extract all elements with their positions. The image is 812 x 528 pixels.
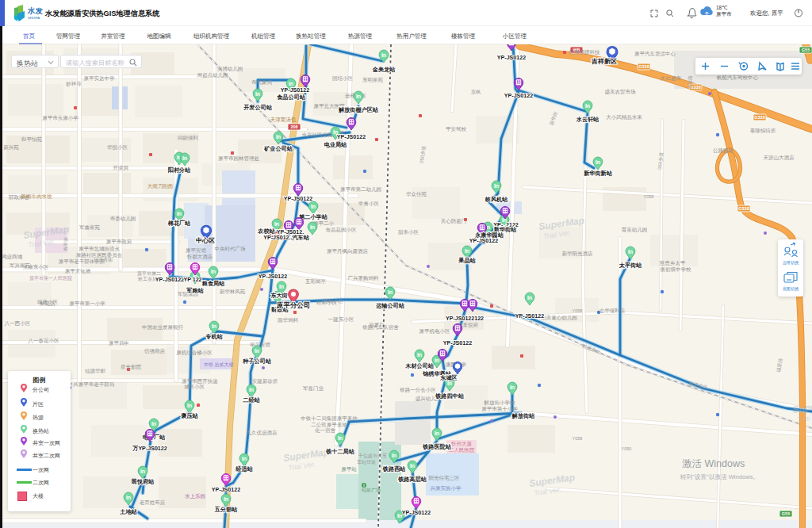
svg-text:中铁十二局集团原平基地: 中铁十二局集团原平基地 bbox=[301, 415, 358, 422]
svg-text:铁路医院站: 铁路医院站 bbox=[422, 443, 451, 450]
svg-text:中共原平市老干部局: 中共原平市老干部局 bbox=[68, 381, 115, 388]
svg-text:回皑便利: 回皑便利 bbox=[178, 135, 198, 141]
svg-text:G338: G338 bbox=[638, 64, 649, 69]
svg-text:水上乐园: 水上乐园 bbox=[185, 493, 205, 499]
svg-text:原平市第一人民医院: 原平市第一人民医院 bbox=[29, 275, 72, 281]
svg-text:一建东小区: 一建东小区 bbox=[328, 316, 354, 323]
svg-text:原平文化墙: 原平文化墙 bbox=[65, 268, 91, 274]
svg-text:原平实达中学: 原平实达中学 bbox=[84, 75, 116, 81]
svg-text:雨美童心幼儿园: 雨美童心幼儿园 bbox=[541, 315, 577, 321]
svg-text:阳村分站: 阳村分站 bbox=[168, 166, 191, 174]
svg-text:五彩岗亭: 五彩岗亭 bbox=[305, 278, 326, 285]
svg-text:市委幼儿园: 市委幼儿园 bbox=[110, 216, 136, 222]
svg-text:广兴署购饲料: 广兴署购饲料 bbox=[348, 275, 380, 281]
svg-text:铁路汽车队宿舍: 铁路汽车队宿舍 bbox=[362, 324, 399, 331]
svg-text:原平机电小区: 原平机电小区 bbox=[419, 328, 451, 334]
svg-text:YP-JS012..汽车站: YP-JS012..汽车站 bbox=[263, 234, 309, 241]
svg-text:激活 Windows: 激活 Windows bbox=[682, 458, 745, 469]
svg-text:YP-JS0122: YP-JS0122 bbox=[212, 487, 240, 493]
svg-text:原平市西芹快递: 原平市西芹快递 bbox=[182, 378, 218, 384]
svg-text:原平市笫二: 原平市笫二 bbox=[137, 270, 161, 276]
svg-text:五分部站: 五分部站 bbox=[214, 506, 238, 513]
svg-text:军嘉门业: 军嘉门业 bbox=[303, 385, 324, 392]
svg-text:八一春花小区: 八一春花小区 bbox=[29, 338, 60, 344]
svg-text:铁路一分会小区: 铁路一分会小区 bbox=[399, 387, 436, 393]
svg-text:中国农业发展银行: 中国农业发展银行 bbox=[142, 324, 184, 330]
svg-text:YP-JS0122: YP-JS0122 bbox=[469, 238, 498, 244]
svg-text:欢迎您, 原平: 欢迎您, 原平 bbox=[750, 10, 783, 17]
svg-text:YP-JS0122: YP-JS0122 bbox=[155, 277, 184, 283]
svg-text:Y058: Y058 bbox=[573, 308, 583, 313]
svg-text:原平市永康小学: 原平市永康小学 bbox=[42, 115, 79, 121]
svg-text:吉祥新区: 吉祥新区 bbox=[591, 57, 617, 65]
svg-text:铁路四中站: 铁路四中站 bbox=[435, 392, 464, 400]
svg-text:晋南牛肉水饺: 晋南牛肉水饺 bbox=[21, 193, 53, 200]
svg-text:衡初级中学校: 衡初级中学校 bbox=[661, 266, 692, 273]
svg-text:军粮站: 军粮站 bbox=[186, 287, 204, 294]
svg-text:果品站: 果品站 bbox=[458, 257, 476, 264]
svg-text:YP-JS0122: YP-JS0122 bbox=[402, 510, 431, 516]
svg-text:中央时代广场: 中央时代广场 bbox=[215, 246, 246, 252]
svg-text:安博幼儿园: 安博幼儿园 bbox=[217, 66, 243, 72]
svg-text:YP-JS0122: YP-JS0122 bbox=[504, 93, 533, 99]
svg-text:育英幼儿园: 育英幼儿园 bbox=[622, 227, 648, 233]
svg-text:常青小区: 常青小区 bbox=[358, 201, 380, 206]
svg-text:久仁超市: 久仁超市 bbox=[661, 75, 682, 82]
svg-text:平安驾校: 平安驾校 bbox=[446, 126, 467, 132]
svg-text:棉花厂站: 棉花厂站 bbox=[167, 220, 191, 227]
svg-text:帆船汽车驾校中心: 帆船汽车驾校中心 bbox=[717, 75, 759, 81]
svg-text:铁十二局站: 铁十二局站 bbox=[325, 448, 354, 455]
svg-text:原平市第十小学: 原平市第十小学 bbox=[481, 406, 518, 411]
svg-text:G338: G338 bbox=[754, 115, 764, 120]
svg-text:红海棋牌科技: 红海棋牌科技 bbox=[569, 49, 601, 55]
svg-text:原平市第二幼儿园: 原平市第二幼儿园 bbox=[340, 186, 381, 193]
svg-text:美心防盗门: 美心防盗门 bbox=[441, 218, 467, 224]
svg-text:团结小区: 团结小区 bbox=[332, 75, 354, 82]
svg-text:底图切换: 底图切换 bbox=[783, 286, 800, 292]
svg-text:东城区: 东城区 bbox=[439, 374, 457, 381]
svg-text:新兴苑: 新兴苑 bbox=[3, 144, 19, 151]
svg-text:泰隆招待所: 泰隆招待所 bbox=[750, 128, 776, 134]
svg-text:新华阳光酒店: 新华阳光酒店 bbox=[562, 251, 594, 257]
svg-text:甜禾小区: 甜禾小区 bbox=[398, 229, 419, 235]
svg-text:种子公司站: 种子公司站 bbox=[242, 358, 271, 365]
svg-text:前进西街: 前进西街 bbox=[93, 258, 113, 263]
svg-text:木材公司站: 木材公司站 bbox=[404, 362, 434, 369]
svg-text:万YP-JS0122: 万YP-JS0122 bbox=[132, 446, 167, 452]
svg-text:SHUIFA: SHUIFA bbox=[28, 16, 40, 20]
svg-text:千位超市火车: 千位超市火车 bbox=[358, 453, 387, 459]
svg-text:G55: G55 bbox=[802, 48, 810, 52]
svg-text:解放街小学校: 解放街小学校 bbox=[484, 400, 516, 406]
svg-text:华悦小区: 华悦小区 bbox=[107, 144, 128, 151]
svg-text:G338: G338 bbox=[738, 206, 749, 211]
svg-text:转到"设置"以激活 Windows。: 转到"设置"以激活 Windows。 bbox=[680, 473, 759, 480]
svg-text:YP-JS0122: YP-JS0122 bbox=[515, 313, 544, 319]
svg-text:粮食局站: 粮食局站 bbox=[201, 280, 225, 287]
svg-text:原平市: 原平市 bbox=[716, 11, 732, 17]
svg-text:YP-JS0122: YP-JS0122 bbox=[337, 134, 366, 140]
svg-text:桂和小区: 桂和小区 bbox=[316, 300, 338, 305]
svg-text:兴原实验小学: 兴原实验小学 bbox=[431, 485, 462, 492]
svg-text:食品花园小区: 食品花园小区 bbox=[326, 227, 358, 233]
svg-text:阳光住宅三区: 阳光住宅三区 bbox=[429, 475, 461, 481]
svg-text:YP-JS0122122: YP-JS0122122 bbox=[446, 316, 484, 322]
svg-text:忻都大酒店: 忻都大酒店 bbox=[186, 254, 213, 260]
svg-text:二经站: 二经站 bbox=[243, 396, 260, 404]
svg-text:原机综合楼小区: 原机综合楼小区 bbox=[176, 350, 213, 356]
svg-text:经适站: 经适站 bbox=[235, 465, 253, 473]
svg-text:鸿业商城: 鸿业商城 bbox=[2, 254, 23, 259]
svg-text:运维切换: 运维切换 bbox=[783, 260, 800, 266]
svg-text:化一宿舍: 化一宿舍 bbox=[315, 427, 336, 434]
svg-text:轻工业局: 轻工业局 bbox=[138, 276, 157, 282]
svg-text:八一西小区: 八一西小区 bbox=[5, 320, 31, 327]
svg-text:中铁 拾贰大楼: 中铁 拾贰大楼 bbox=[204, 362, 234, 368]
svg-text:金美龙站: 金美龙站 bbox=[372, 66, 396, 73]
svg-text:盛美农贸市场: 盛美农贸市场 bbox=[605, 89, 636, 95]
svg-text:原平市第一小学: 原平市第一小学 bbox=[69, 300, 105, 306]
svg-text:电业局站: 电业局站 bbox=[324, 141, 347, 148]
svg-text:仙源华郡: 仙源华郡 bbox=[85, 368, 105, 374]
svg-text:18℃: 18℃ bbox=[716, 5, 728, 10]
svg-text:YP-JS0122: YP-JS0122 bbox=[284, 196, 312, 202]
svg-text:永康东小区: 永康东小区 bbox=[23, 264, 49, 270]
svg-text:水发能源盾安供热GIS地理信息系统: 水发能源盾安供热GIS地理信息系统 bbox=[44, 9, 160, 17]
